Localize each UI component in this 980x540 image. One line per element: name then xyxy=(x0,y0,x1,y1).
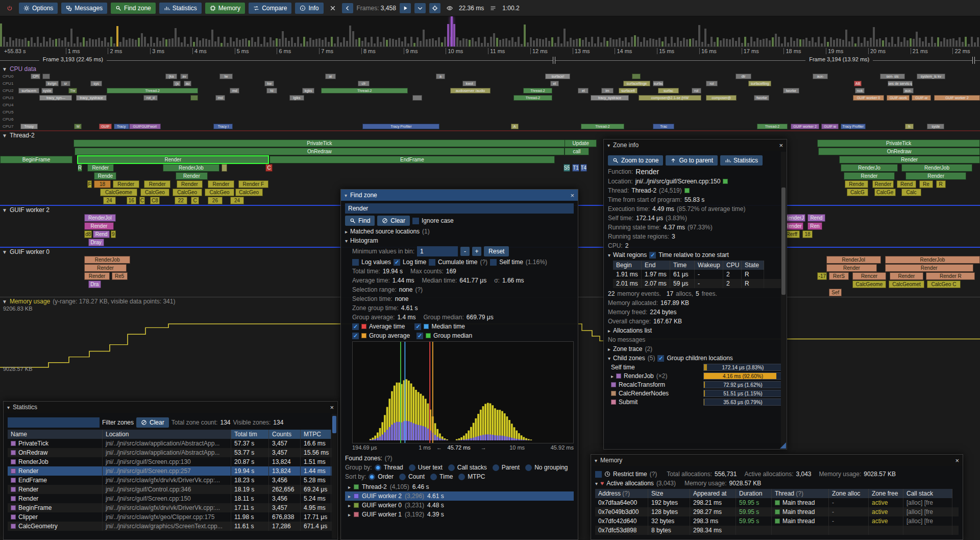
timeline-zone[interactable]: T4 xyxy=(580,164,587,172)
sort-by-radio[interactable] xyxy=(369,474,375,480)
filter-zones-input[interactable] xyxy=(8,417,100,428)
group-by-radio[interactable] xyxy=(375,464,381,471)
timeline-zone[interactable]: BeginFrame xyxy=(0,156,72,163)
table-row[interactable]: CalcGeometryjni/../jni/src/claw/graphics… xyxy=(8,522,333,531)
cpu-zone[interactable]: Thread-2 xyxy=(513,95,552,101)
cpu-zone[interactable]: ai xyxy=(325,74,336,79)
cpu-zone[interactable]: GUIF xyxy=(99,124,111,129)
reset-button[interactable]: Reset xyxy=(484,246,509,256)
timeline-zone[interactable]: 26 xyxy=(208,197,223,204)
table-row[interactable]: 0x7dfc53d8988 bytes298.34 ms xyxy=(595,526,959,535)
timeline-zone[interactable]: Rencer xyxy=(852,272,886,280)
table-row[interactable]: 0x7dfc42d64032 bytes298.3 ms59.95 sMain … xyxy=(595,516,959,526)
cpu-zone[interactable]: Tracy I xyxy=(213,124,233,129)
table-row[interactable]: Renderjni/../jni/src/guif/Screen.cpp:257… xyxy=(8,466,333,476)
timeline-zone[interactable]: Render xyxy=(177,180,203,188)
timeline-zone[interactable]: Calc xyxy=(901,189,921,196)
cpu-zone[interactable]: syste xyxy=(41,88,53,93)
table-row[interactable]: RenderJobjni/../jni/src/guif/Screen.cpp:… xyxy=(8,457,333,466)
timeline-zone[interactable]: d8 xyxy=(84,230,92,238)
close-icon[interactable]: × xyxy=(779,142,783,149)
scrollbar[interactable] xyxy=(332,414,337,538)
cpu-zone[interactable]: Trissy xyxy=(20,124,38,129)
timeline-zone[interactable]: Dra xyxy=(88,280,101,288)
cpu-zone[interactable]: cfr xyxy=(358,81,370,86)
timeline-zone[interactable]: Dray xyxy=(88,239,104,246)
memory-table-header[interactable]: Address (?)SizeAppeared atDurationThread… xyxy=(595,489,959,498)
cpu-zone[interactable]: ses de servis-qms xyxy=(888,81,913,86)
info-button[interactable]: Info xyxy=(295,3,323,14)
cpu-zone[interactable]: rol xyxy=(706,81,718,86)
timeline-zone[interactable]: Render xyxy=(839,156,980,163)
timeline-zone[interactable]: Render xyxy=(84,272,110,280)
cpu-zone[interactable]: nok xyxy=(855,88,865,93)
close-icon[interactable]: × xyxy=(330,404,334,411)
cpu-zone[interactable]: sys xyxy=(90,81,102,86)
cpu-track[interactable]: surfacemsysteThrThread-2mdfdkgksThread-2… xyxy=(18,88,980,93)
timeline-zone[interactable]: Render xyxy=(78,156,268,163)
child-zone-row[interactable]: CalcRenderNodes51.51 μs (1.15%) xyxy=(611,390,782,397)
cpu-track[interactable]: tracy_syn—tracy_systracerot_dmdlgiksThre… xyxy=(18,95,980,101)
timeline-zone[interactable]: 24 xyxy=(103,197,116,204)
timeline-zone[interactable]: Render xyxy=(113,180,139,188)
timeline-zone[interactable]: Render xyxy=(885,264,973,272)
pan-left-arrow[interactable]: ← xyxy=(436,444,442,451)
timeline-zone[interactable]: CalcGe xyxy=(874,189,896,196)
group-by-radio[interactable] xyxy=(448,464,455,471)
zone-location[interactable]: jni/../jni/src/guif/Screen.cpp:150 xyxy=(635,178,721,185)
timeline-zone[interactable]: RerS xyxy=(829,272,848,280)
found-zone-group[interactable]: ▸GUIF worker 0(3,231)4.48 s xyxy=(345,501,574,510)
timeline-zone[interactable]: S5 xyxy=(564,164,570,172)
cpu-zone[interactable]: kw xyxy=(264,81,274,86)
cpu-zone[interactable]: Thread-2 xyxy=(523,88,552,93)
table-row[interactable]: 0x7e049b3d00128 bytes298.27 ms59.95 sMai… xyxy=(595,507,959,516)
cpu-zone[interactable]: surfaceflinge xyxy=(623,81,650,86)
cpu-zone[interactable]: AB xyxy=(854,81,862,86)
memory-column-header[interactable]: Address (?) xyxy=(595,489,648,498)
statistics-table-header[interactable]: NameLocationTotal timCountsMTPC xyxy=(8,430,333,439)
cpu-zone[interactable]: GUIF-w xyxy=(912,95,931,101)
scrollbar[interactable] xyxy=(781,152,786,448)
cpu-zone[interactable]: Thr xyxy=(68,88,77,93)
timeline-zone[interactable]: RenderJob xyxy=(163,164,219,172)
cpu-zone[interactable]: GUIF worker 2 xyxy=(934,95,980,101)
group-by-radio[interactable] xyxy=(409,464,415,471)
allocations-list-label[interactable]: Allocations list xyxy=(613,327,652,334)
timeline-zone[interactable]: PrivateTick xyxy=(817,139,980,147)
wait-regions-label[interactable]: Wait regions xyxy=(613,251,647,259)
timeline-zone[interactable]: 18 xyxy=(802,230,812,238)
timeline-zone[interactable]: CalcGeo xyxy=(235,189,263,196)
memory-button[interactable]: Memory xyxy=(205,3,245,14)
timeline-zone[interactable]: CalcG xyxy=(847,189,868,196)
memory-column-header[interactable]: Size xyxy=(648,489,690,498)
average-time-checkbox[interactable] xyxy=(352,323,359,330)
options-button[interactable]: Options xyxy=(19,3,58,14)
cpu-zone[interactable]: dtr xyxy=(736,74,751,79)
timeline-zone[interactable]: Rend xyxy=(807,214,825,222)
pan-right-arrow[interactable]: → xyxy=(481,444,486,451)
timeline-zone[interactable]: EndFrame xyxy=(270,156,555,163)
restrict-time-checkbox[interactable] xyxy=(595,471,602,478)
cpu-zone[interactable]: Thread-2 xyxy=(321,88,408,93)
cpu-zone[interactable]: im xyxy=(601,88,614,93)
timeline-zone[interactable]: Render xyxy=(844,172,895,180)
timeline-zone[interactable]: Render xyxy=(176,172,208,180)
timeline-zone[interactable]: C xyxy=(191,197,199,204)
frame-label[interactable]: Frame 3,193 (22.45 ms) xyxy=(39,56,107,62)
timeline-zone[interactable]: Re5 xyxy=(112,272,128,280)
timeline-zone[interactable]: Rend xyxy=(897,180,916,188)
stats-column-header[interactable]: Name xyxy=(8,430,103,439)
timeline-zone[interactable]: Render xyxy=(144,180,170,188)
child-zone-row[interactable]: ▸RenderJob(×2)4.16 ms (92.60%) xyxy=(611,372,782,380)
cpu-zone[interactable]: GUIF worker 2 xyxy=(791,124,820,129)
cpu-zone[interactable]: h xyxy=(905,124,914,129)
cpu-zone[interactable]: md xyxy=(230,88,239,93)
timeline-zone[interactable]: C8 xyxy=(150,197,160,204)
cpu-zone[interactable]: M xyxy=(74,124,82,129)
timeline-zone[interactable]: Update xyxy=(565,139,597,147)
find-zone-query-input[interactable] xyxy=(345,203,574,214)
find-zone-button[interactable]: Find zone xyxy=(111,3,156,14)
cpu-track[interactable]: kv/gnsrsys(aaukwcfrkwotetsurfaceflingesu… xyxy=(18,81,980,86)
memory-titlebar[interactable]: ▾Memory× xyxy=(591,455,963,466)
time-ruler[interactable]: +55.83 s 1 ms2 ms3 ms4 ms5 ms6 ms7 ms8 m… xyxy=(0,47,980,56)
